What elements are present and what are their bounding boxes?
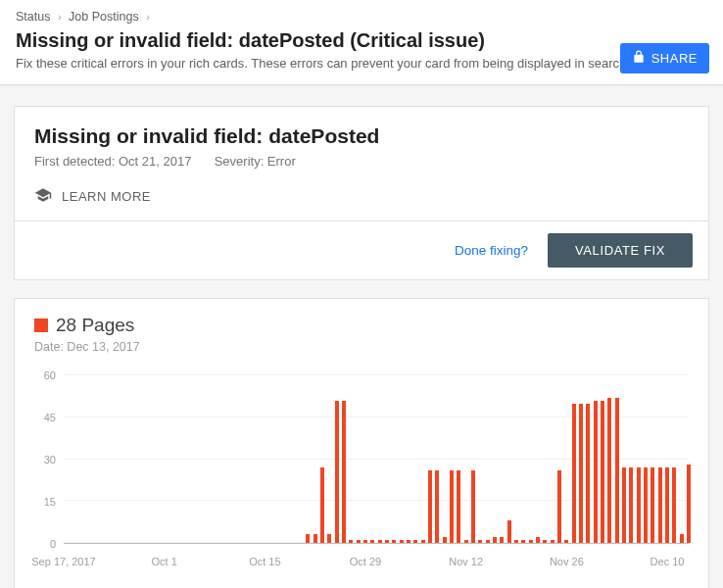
chart-bar[interactable]	[306, 534, 310, 543]
grid-line	[64, 374, 689, 375]
chart-bar[interactable]	[428, 470, 432, 543]
legend-swatch	[34, 318, 48, 332]
x-tick-label: Oct 29	[350, 556, 381, 567]
chart-bar[interactable]	[500, 537, 504, 543]
chart-bar[interactable]	[601, 401, 604, 543]
y-tick-label: 0	[50, 538, 56, 550]
chart-bar[interactable]	[486, 540, 490, 543]
chart-bar[interactable]	[385, 540, 389, 543]
x-tick-label: Sep 17, 2017	[31, 556, 95, 567]
chart-bar[interactable]	[514, 540, 518, 543]
x-tick-label: Nov 12	[449, 556, 483, 567]
chart-bar[interactable]	[529, 540, 533, 543]
lock-icon	[632, 50, 646, 67]
chart-bar[interactable]	[680, 534, 684, 543]
chart-bar[interactable]	[392, 540, 396, 543]
chart-date-label: Date: Dec 13, 2017	[34, 340, 689, 354]
x-tick-label: Nov 26	[550, 556, 584, 567]
chart-bar[interactable]	[457, 470, 460, 543]
y-tick-label: 15	[44, 496, 56, 508]
chart-bar[interactable]	[536, 537, 540, 543]
chart-bar[interactable]	[564, 540, 568, 543]
chart-bar[interactable]	[586, 404, 590, 544]
issue-meta: First detected: Oct 21, 2017 Severity: E…	[34, 154, 689, 169]
severity: Severity: Error	[215, 154, 296, 169]
chart-bar[interactable]	[342, 401, 346, 543]
chart-bar[interactable]	[551, 540, 554, 543]
chart-bar[interactable]	[421, 540, 425, 543]
breadcrumb-item-job-postings[interactable]: Job Postings	[69, 10, 139, 24]
graduation-cap-icon	[34, 186, 52, 207]
chart-bar[interactable]	[644, 467, 648, 543]
x-axis: Sep 17, 2017Oct 1Oct 15Oct 29Nov 12Nov 2…	[64, 550, 689, 571]
chart-bar[interactable]	[313, 534, 317, 543]
chart-bar[interactable]	[464, 540, 468, 543]
chart-area: 015304560 Sep 17, 2017Oct 1Oct 15Oct 29N…	[34, 375, 689, 571]
chart-bar[interactable]	[687, 465, 691, 543]
breadcrumb: Status › Job Postings ›	[16, 10, 707, 24]
chart-bar[interactable]	[672, 467, 676, 543]
y-axis: 015304560	[34, 375, 60, 544]
done-fixing-link[interactable]: Done fixing?	[455, 243, 528, 258]
chart-bar[interactable]	[363, 540, 367, 543]
chart-bar[interactable]	[637, 467, 641, 543]
chart-header: 28 Pages	[34, 315, 689, 336]
share-label: SHARE	[651, 51, 698, 66]
chevron-right-icon: ›	[146, 11, 150, 23]
chart-plot[interactable]	[64, 375, 689, 544]
chart-bar[interactable]	[378, 540, 382, 543]
chart-bar[interactable]	[543, 540, 547, 543]
issue-card: Missing or invalid field: datePosted Fir…	[14, 106, 709, 280]
chart-bar[interactable]	[594, 401, 598, 543]
chart-bar[interactable]	[622, 467, 626, 543]
chart-bar[interactable]	[651, 467, 654, 543]
chart-bar[interactable]	[629, 467, 633, 543]
chevron-right-icon: ›	[58, 11, 62, 23]
chart-bar[interactable]	[665, 467, 669, 543]
x-tick-label: Dec 10	[651, 556, 685, 567]
y-tick-label: 45	[44, 412, 56, 423]
chart-bar[interactable]	[607, 398, 611, 543]
share-button[interactable]: SHARE	[620, 43, 709, 74]
issue-card-footer: Done fixing? VALIDATE FIX	[15, 220, 708, 279]
chart-bar[interactable]	[413, 540, 417, 543]
chart-bar[interactable]	[521, 540, 525, 543]
chart-bar[interactable]	[407, 540, 410, 543]
y-tick-label: 60	[44, 369, 56, 381]
chart-bar[interactable]	[493, 537, 497, 543]
chart-card: 28 Pages Date: Dec 13, 2017 015304560 Se…	[14, 298, 709, 588]
chart-bar[interactable]	[478, 540, 482, 543]
chart-bar[interactable]	[370, 540, 374, 543]
chart-bar[interactable]	[507, 520, 511, 543]
chart-bar[interactable]	[327, 534, 331, 543]
chart-bar[interactable]	[557, 470, 561, 543]
chart-bar[interactable]	[615, 398, 619, 543]
content-area: Missing or invalid field: datePosted Fir…	[0, 85, 723, 588]
chart-bar[interactable]	[572, 404, 576, 544]
learn-more-link[interactable]: LEARN MORE	[34, 186, 151, 207]
chart-bar[interactable]	[400, 540, 404, 543]
x-tick-label: Oct 1	[152, 556, 177, 567]
chart-bar[interactable]	[579, 404, 583, 544]
chart-bar[interactable]	[357, 540, 361, 543]
chart-bar[interactable]	[658, 467, 662, 543]
chart-bar[interactable]	[443, 537, 447, 543]
learn-more-label: LEARN MORE	[62, 189, 151, 204]
page-subtitle: Fix these critical errors in your rich c…	[16, 56, 707, 71]
validate-fix-button[interactable]: VALIDATE FIX	[548, 233, 693, 268]
y-tick-label: 30	[44, 454, 56, 466]
breadcrumb-item-status[interactable]: Status	[16, 10, 50, 24]
chart-bar[interactable]	[320, 467, 324, 543]
chart-title: 28 Pages	[56, 315, 134, 336]
first-detected: First detected: Oct 21, 2017	[34, 154, 191, 169]
chart-bar[interactable]	[450, 470, 454, 543]
page-title: Missing or invalid field: datePosted (Cr…	[16, 29, 707, 52]
chart-bar[interactable]	[435, 470, 439, 543]
x-tick-label: Oct 15	[249, 556, 280, 567]
chart-bar[interactable]	[471, 470, 475, 543]
chart-bar[interactable]	[335, 401, 339, 543]
issue-title: Missing or invalid field: datePosted	[34, 124, 689, 148]
chart-bar[interactable]	[349, 540, 353, 543]
page-header: Status › Job Postings › Missing or inval…	[0, 0, 723, 85]
